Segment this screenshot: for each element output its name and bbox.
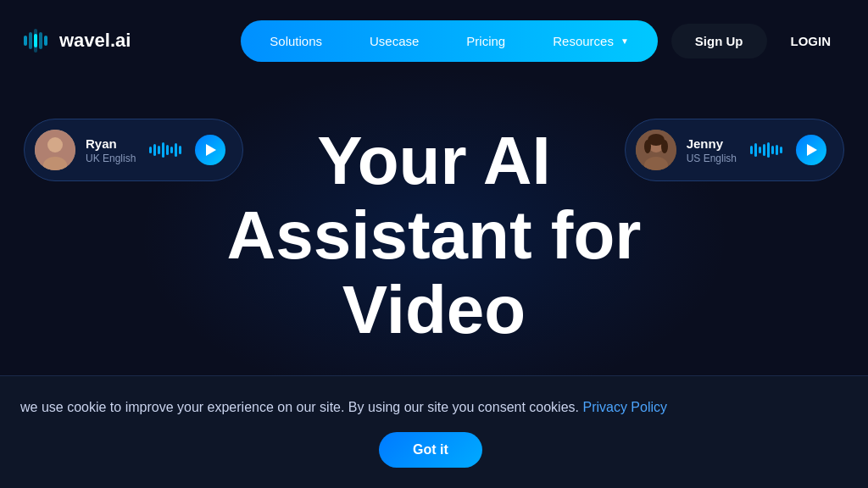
nav-solutions[interactable]: Solutions xyxy=(246,25,346,57)
logo-icon xyxy=(20,25,51,56)
nav-resources[interactable]: Resources ▼ xyxy=(529,25,653,57)
voice-card-jenny: Jenny US English xyxy=(625,119,844,181)
svg-point-14 xyxy=(661,140,668,153)
voice-jenny-info: Jenny US English xyxy=(687,136,737,164)
cookie-text: we use cookie to improve your experience… xyxy=(20,396,841,419)
voice-jenny-name: Jenny xyxy=(687,136,737,151)
avatar-jenny xyxy=(636,130,676,170)
play-icon-ryan xyxy=(206,144,216,156)
svg-point-7 xyxy=(47,137,63,152)
play-button-ryan[interactable] xyxy=(195,135,225,165)
navbar: wavel.ai Solutions Usecase Pricing Resou… xyxy=(0,0,868,81)
signup-button[interactable]: Sign Up xyxy=(671,24,767,58)
chevron-down-icon: ▼ xyxy=(620,36,629,46)
svg-rect-4 xyxy=(44,36,47,46)
hero-title: Your AI Assistant for Video xyxy=(227,124,642,347)
logo[interactable]: wavel.ai xyxy=(20,25,131,56)
nav-usecase[interactable]: Usecase xyxy=(346,25,442,57)
nav-pricing[interactable]: Pricing xyxy=(442,25,529,57)
voice-ryan-info: Ryan UK English xyxy=(86,136,136,164)
play-button-jenny[interactable] xyxy=(796,135,826,165)
voice-ryan-lang: UK English xyxy=(86,152,136,164)
play-icon-jenny xyxy=(807,144,817,156)
login-button[interactable]: LOGIN xyxy=(774,24,849,58)
waveform-jenny xyxy=(750,142,782,158)
avatar-ryan xyxy=(35,130,75,170)
svg-rect-2 xyxy=(39,32,42,49)
logo-text: wavel.ai xyxy=(59,30,131,52)
voice-card-ryan: Ryan UK English xyxy=(24,119,243,181)
svg-point-13 xyxy=(644,140,651,153)
voice-jenny-lang: US English xyxy=(687,152,737,164)
nav-links-container: Solutions Usecase Pricing Resources ▼ xyxy=(241,20,658,62)
waveform-ryan xyxy=(149,142,181,158)
svg-rect-1 xyxy=(29,32,32,49)
voice-ryan-name: Ryan xyxy=(86,136,136,151)
got-it-button[interactable]: Got it xyxy=(379,432,482,468)
svg-rect-3 xyxy=(24,36,27,46)
cookie-banner: we use cookie to improve your experience… xyxy=(0,375,868,488)
svg-rect-5 xyxy=(34,34,37,47)
privacy-policy-link[interactable]: Privacy Policy xyxy=(582,400,667,414)
